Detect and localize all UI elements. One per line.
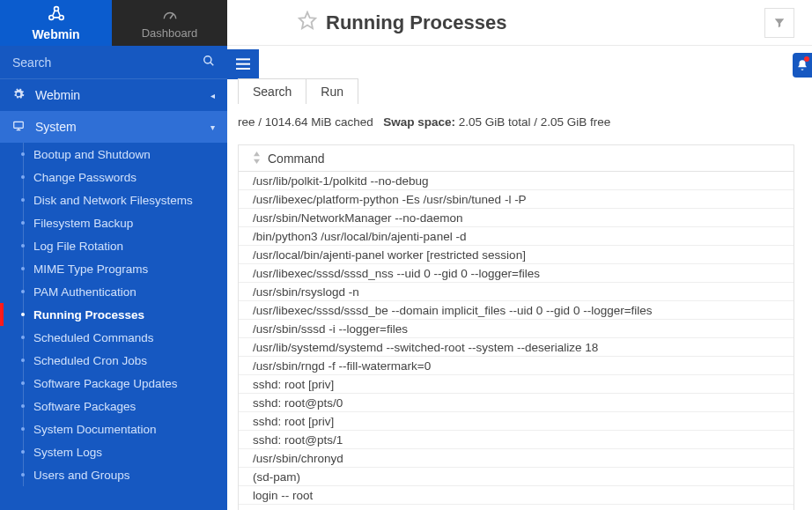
sidebar-item-label: MIME Type Programs [33,262,148,276]
sidebar-item-label: Scheduled Commands [33,331,154,344]
sidebar-item-label: Running Processes [33,308,144,322]
svg-rect-7 [236,63,250,65]
sub-tabs: Search Run [238,78,358,104]
nav-section-label: System [35,120,77,134]
sidebar-item[interactable]: MIME Type Programs [0,257,227,280]
webmin-logo-icon [48,5,65,26]
sidebar-item-label: PAM Authentication [33,285,137,299]
table-header[interactable]: Command [239,145,794,172]
bullet-icon [21,427,25,431]
sidebar-item[interactable]: Software Package Updates [0,372,227,395]
sidebar-item[interactable]: Users and Groups [0,463,227,486]
nav-section-label: Webmin [35,88,80,102]
nav-section-system[interactable]: System ▾ [0,111,227,143]
bullet-icon [21,313,25,316]
dashboard-tab-label: Dashboard [142,26,198,40]
table-row[interactable]: /usr/libexec/sssd/sssd_nss --uid 0 --gid… [239,264,794,283]
sidebar-item[interactable]: Log File Rotation [0,234,227,257]
table-row[interactable]: /usr/sbin/chronyd [239,449,794,468]
svg-point-2 [59,15,63,19]
col-command: Command [268,152,325,166]
table-row[interactable]: /usr/sbin/rngd -f --fill-watermark=0 [239,357,794,375]
bullet-icon [21,152,25,156]
titlebar: Running Processes [227,0,812,46]
bullet-icon [21,198,25,202]
star-icon[interactable] [298,11,317,34]
notification-dot [804,56,809,62]
table-row[interactable]: /bin/python3 /usr/local/bin/ajenti-panel… [239,227,794,246]
nav-section-webmin[interactable]: Webmin ◂ [0,79,227,111]
tab-run[interactable]: Run [306,78,358,104]
sidebar-item[interactable]: Software Packages [0,395,227,418]
table-row[interactable]: sshd: root [priv] [239,375,794,394]
sidebar-item[interactable]: Scheduled Commands [0,326,227,349]
memory-info: ree / 1014.64 MiB cached Swap space: 2.0… [238,115,610,129]
svg-marker-9 [254,152,260,156]
table-row[interactable]: login -- root [239,486,794,505]
sidebar-item-label: Users and Groups [33,469,130,482]
table-row[interactable]: /usr/libexec/sssd/sssd_be --domain impli… [239,301,794,320]
sidebar-item[interactable]: Filesystem Backup [0,211,227,234]
sidebar-item-label: System Documentation [33,423,157,436]
table-row[interactable]: /usr/libexec/platform-python -Es /usr/sb… [239,190,794,209]
page-title: Running Processes [326,11,506,34]
search-input[interactable] [12,55,203,70]
table-row[interactable]: sshd: root [priv] [239,412,794,431]
swap-value: 2.05 GiB total / 2.05 GiB free [459,115,611,129]
bullet-icon [21,175,25,179]
sidebar-item[interactable]: Bootup and Shutdown [0,143,227,166]
sidebar-item-label: Software Package Updates [33,377,178,390]
sidebar-item[interactable]: Scheduled Cron Jobs [0,349,227,372]
bullet-icon [21,450,25,454]
svg-point-1 [48,15,53,19]
table-row[interactable]: /usr/sbin/NetworkManager --no-daemon [239,209,794,227]
brand-tab[interactable]: Webmin [0,0,112,46]
process-table: Command /usr/lib/polkit-1/polkitd --no-d… [238,144,794,510]
table-row[interactable]: sshd: root@pts/0 [239,394,794,412]
sort-icon[interactable] [253,152,261,166]
table-row[interactable]: (sd-pam) [239,468,794,486]
sidebar-item[interactable]: System Logs [0,440,227,463]
sidebar-item-label: Log File Rotation [33,240,123,253]
svg-rect-6 [236,58,250,60]
table-row[interactable]: /usr/lib/polkit-1/polkitd --no-debug [239,172,794,190]
sidebar-item-label: System Logs [33,446,102,459]
svg-marker-10 [254,159,260,163]
table-row[interactable]: /usr/sbin/sssd -i --logger=files [239,320,794,338]
table-row[interactable]: sshd: root@pts/1 [239,431,794,449]
svg-marker-5 [299,12,315,28]
bullet-icon [21,358,25,362]
notifications-button[interactable] [793,53,812,78]
svg-rect-8 [236,68,250,70]
gear-icon [12,88,28,103]
sidebar-item-label: Software Packages [33,400,136,413]
sidebar-item[interactable]: Running Processes [0,303,227,326]
sidebar-search[interactable] [0,46,227,79]
sidebar-item[interactable]: System Documentation [0,418,227,440]
dashboard-tab[interactable]: Dashboard [112,0,227,46]
chevron-left-icon: ◂ [210,91,215,100]
table-row[interactable]: /usr/lib/systemd/systemd --switched-root… [239,338,794,357]
sidebar-item[interactable]: Change Passwords [0,166,227,188]
filter-button[interactable] [764,8,794,38]
swap-label: Swap space: [383,115,455,129]
table-body: /usr/lib/polkit-1/polkitd --no-debug/usr… [239,172,794,505]
mem-cached-tail: ree / 1014.64 MiB cached [238,115,373,129]
table-row[interactable]: /usr/local/bin/ajenti-panel worker [rest… [239,246,794,264]
hamburger-toggle[interactable] [227,49,259,79]
sidebar-item-label: Disk and Network Filesystems [33,194,193,207]
table-row[interactable]: /usr/sbin/rsyslogd -n [239,283,794,301]
sidebar-item-label: Change Passwords [33,171,137,184]
sidebar-item[interactable]: Disk and Network Filesystems [0,188,227,211]
bullet-icon [21,267,25,270]
gauge-icon [162,7,178,25]
main-content: Running Processes Search Run ree / 1014.… [227,0,812,510]
sidebar: Webmin ◂ System ▾ Bootup and ShutdownCha… [0,46,227,510]
sidebar-item[interactable]: PAM Authentication [0,280,227,303]
tab-search[interactable]: Search [238,78,306,104]
search-icon[interactable] [203,55,215,70]
bullet-icon [21,290,25,293]
chevron-down-icon: ▾ [210,122,215,132]
bullet-icon [21,473,25,477]
sidebar-item-label: Scheduled Cron Jobs [33,354,147,367]
